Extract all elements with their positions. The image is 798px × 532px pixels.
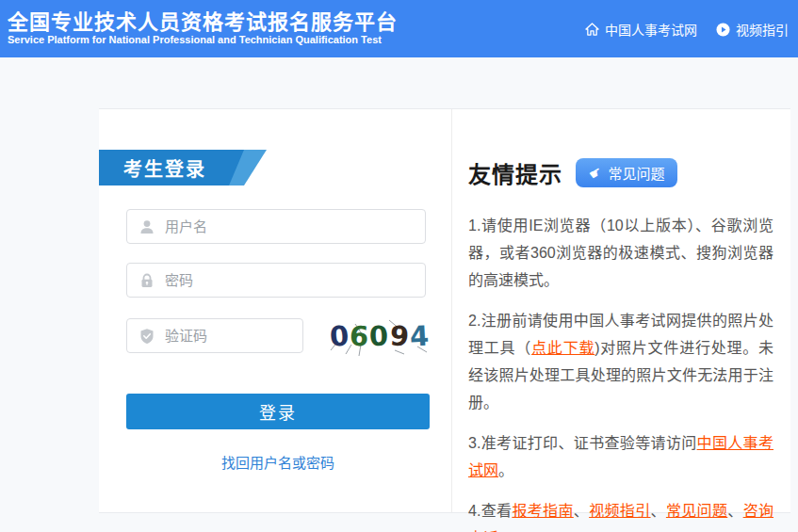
- password-input[interactable]: [165, 272, 415, 288]
- tips-header: 友情提示 ☛ 常见问题: [468, 156, 774, 189]
- tip-paragraph: 2.注册前请使用中国人事考试网提供的照片处理工具（点此下载)对照片文件进行处理。…: [468, 307, 774, 416]
- tip-paragraph: 4.查看报考指南、视频指引、常见问题、咨询电话。: [468, 497, 774, 532]
- faq-button-label: 常见问题: [608, 163, 664, 183]
- captcha-digit: 0: [369, 322, 390, 350]
- tips-panel: 友情提示 ☛ 常见问题 1.请使用IE浏览器（10以上版本）、谷歌浏览器，或者3…: [452, 109, 790, 512]
- home-icon: [585, 23, 599, 36]
- tip-text: 、: [651, 503, 666, 519]
- tip-link[interactable]: 点此下载: [531, 340, 594, 356]
- tip-text: 1.请使用IE浏览器（10以上版本）、谷歌浏览器，或者360浏览器的极速模式、搜…: [468, 218, 774, 288]
- user-icon: [138, 218, 155, 235]
- tip-text: 4.查看: [468, 503, 512, 519]
- captcha-digit: 9: [389, 322, 411, 350]
- tip-link[interactable]: 常见问题: [666, 503, 727, 519]
- tip-link[interactable]: 报考指南: [512, 503, 573, 519]
- main-card: 考生登录: [99, 108, 790, 513]
- captcha-input[interactable]: [165, 328, 293, 344]
- tips-list: 1.请使用IE浏览器（10以上版本）、谷歌浏览器，或者360浏览器的极速模式、搜…: [468, 212, 774, 532]
- tip-text: 。: [498, 462, 513, 478]
- login-button[interactable]: 登录: [126, 394, 430, 429]
- captcha-field-wrapper: [126, 318, 303, 353]
- login-banner-label: 考生登录: [99, 150, 244, 185]
- faq-button[interactable]: ☛ 常见问题: [576, 158, 677, 187]
- play-icon: [716, 23, 730, 37]
- page-title: 全国专业技术人员资格考试报名服务平台: [8, 5, 398, 35]
- tip-text: 、: [727, 503, 742, 519]
- shield-check-icon: [138, 328, 155, 345]
- header: 全国专业技术人员资格考试报名服务平台 Service Platform for …: [0, 0, 798, 57]
- username-input[interactable]: [165, 218, 415, 234]
- tip-paragraph: 1.请使用IE浏览器（10以上版本）、谷歌浏览器，或者360浏览器的极速模式、搜…: [468, 212, 774, 294]
- site-home-link[interactable]: 中国人事考试网: [585, 20, 697, 39]
- recover-credentials-link[interactable]: 找回用户名或密码: [126, 452, 430, 472]
- login-panel: 考生登录: [99, 109, 452, 512]
- tip-link[interactable]: 视频指引: [589, 503, 650, 519]
- video-guide-link[interactable]: 视频指引: [716, 20, 789, 39]
- captcha-digit: 4: [409, 322, 431, 350]
- pointing-hand-icon: ☛: [586, 164, 604, 183]
- site-home-label: 中国人事考试网: [605, 20, 697, 39]
- header-nav: 中国人事考试网 视频指引: [585, 20, 789, 39]
- lock-icon: [138, 272, 155, 289]
- captcha-code: 06094: [330, 323, 430, 350]
- captcha-image[interactable]: 06094: [323, 313, 436, 360]
- captcha-digit: 6: [349, 322, 370, 350]
- tip-paragraph: 3.准考证打印、证书查验等请访问中国人事考试网。: [468, 429, 774, 484]
- captcha-digit: 0: [329, 322, 350, 350]
- login-banner: 考生登录: [99, 150, 267, 185]
- tip-text: 、: [574, 503, 589, 519]
- tips-title: 友情提示: [468, 156, 562, 189]
- video-guide-label: 视频指引: [736, 20, 789, 39]
- password-field-wrapper: [126, 263, 426, 298]
- username-field-wrapper: [126, 209, 426, 244]
- tip-text: 3.准考证打印、证书查验等请访问: [468, 435, 697, 451]
- page-subtitle: Service Platform for National Profession…: [8, 34, 382, 45]
- page: 全国专业技术人员资格考试报名服务平台 Service Platform for …: [0, 0, 798, 532]
